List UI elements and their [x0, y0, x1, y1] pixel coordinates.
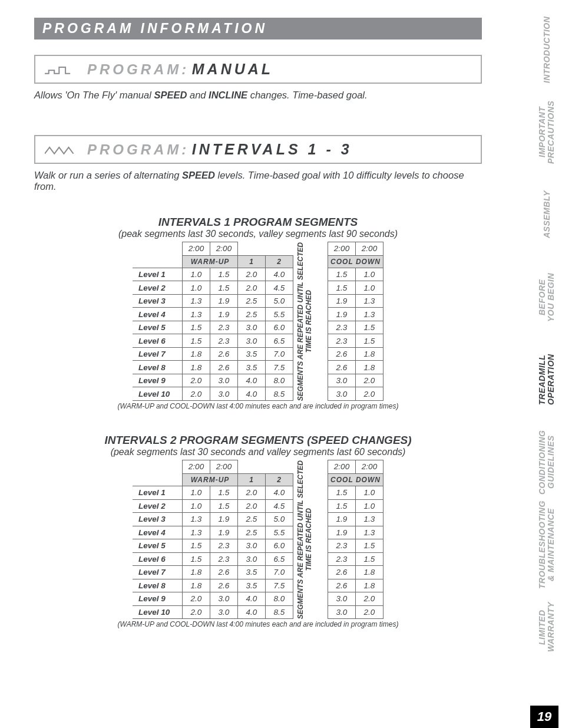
program-prefix: PROGRAM:: [87, 61, 189, 77]
table1-wrap: 2:002:00 SEGMENTS ARE REPEATED UNTIL SEL…: [34, 242, 482, 401]
manual-page: PROGRAM INFORMATION PROGRAM: MANUAL Allo…: [0, 0, 562, 728]
program-name-manual: MANUAL: [192, 61, 273, 77]
table2-footnote: (WARM-UP and COOL-DOWN last 4:00 minutes…: [34, 620, 482, 628]
side-tab[interactable]: TROUBLESHOOTING & MAINTENANCE: [531, 512, 562, 578]
program-heading-manual: PROGRAM: MANUAL: [34, 55, 482, 84]
side-tab[interactable]: IMPORTANT PRECAUTIONS: [531, 99, 562, 165]
table1-footnote: (WARM-UP and COOL-DOWN last 4:00 minutes…: [34, 402, 482, 410]
program-name-intervals: INTERVALS 1 - 3: [192, 141, 352, 157]
side-tab[interactable]: CONDITIONING GUIDELINES: [531, 429, 562, 495]
program-desc-intervals: Walk or run a series of alternating SPEE…: [34, 170, 482, 192]
table2-wrap: 2:002:00 SEGMENTS ARE REPEATED UNTIL SEL…: [34, 460, 482, 619]
main-content: PROGRAM INFORMATION PROGRAM: MANUAL Allo…: [34, 18, 482, 628]
page-number: 19: [530, 706, 558, 728]
program-heading-intervals: PROGRAM: INTERVALS 1 - 3: [34, 135, 482, 164]
table2-title: INTERVALS 2 PROGRAM SEGMENTS (SPEED CHAN…: [34, 434, 482, 447]
intervals1-table: 2:002:00 SEGMENTS ARE REPEATED UNTIL SEL…: [133, 242, 384, 401]
side-tab[interactable]: BEFORE YOU BEGIN: [531, 264, 562, 330]
side-tab[interactable]: INTRODUCTION: [531, 17, 562, 83]
intervals-icon: [45, 143, 77, 157]
side-tab[interactable]: TREADMILL OPERATION: [531, 347, 562, 413]
section-bar: PROGRAM INFORMATION: [34, 18, 482, 39]
table1-subtitle: (peak segments last 30 seconds, valley s…: [34, 229, 482, 239]
side-tab[interactable]: LIMITED WARRANTY: [531, 594, 562, 660]
manual-icon: [45, 62, 77, 77]
table1-title: INTERVALS 1 PROGRAM SEGMENTS: [34, 216, 482, 229]
program-desc-manual: Allows 'On The Fly' manual SPEED and INC…: [34, 90, 482, 101]
side-tab[interactable]: ASSEMBLY: [531, 182, 562, 248]
intervals2-table: 2:002:00 SEGMENTS ARE REPEATED UNTIL SEL…: [133, 460, 384, 619]
table2-subtitle: (peak segments last 30 seconds and valle…: [34, 447, 482, 457]
side-tabs: INTRODUCTIONIMPORTANT PRECAUTIONSASSEMBL…: [531, 17, 562, 660]
program-prefix: PROGRAM:: [87, 141, 189, 157]
